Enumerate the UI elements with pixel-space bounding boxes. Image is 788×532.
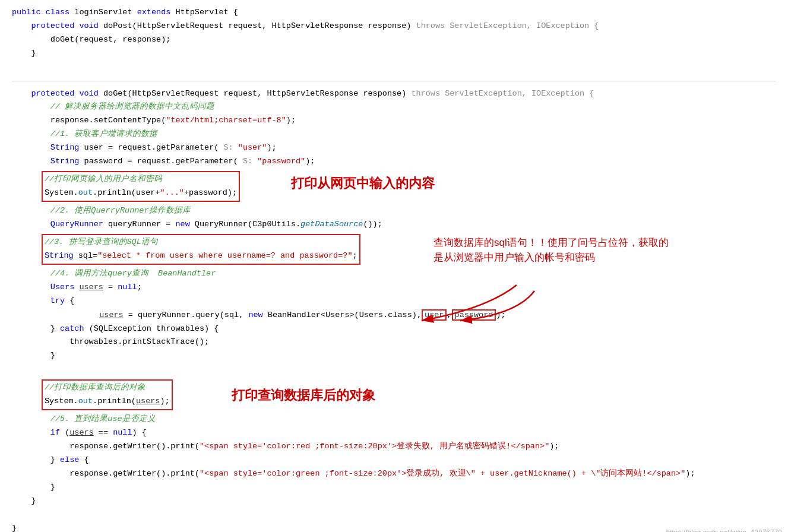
code-line: }: [12, 47, 776, 61]
code-line: response.setContentType("text/html;chars…: [12, 114, 776, 128]
code-line: try {: [12, 294, 776, 308]
code-line: //打印网页输入的用户名和密码: [45, 173, 237, 186]
code-line: //3. 拼写登录查询的SQL语句: [45, 236, 357, 249]
code-block-doget: protected void doGet(HttpServletRequest …: [12, 87, 776, 495]
code-line: if (users == null) {: [12, 426, 776, 440]
code-line: }: [12, 349, 776, 363]
code-line: } catch (SQLException throwables) {: [12, 322, 776, 336]
code-line: throwables.printStackTrace();: [12, 335, 776, 349]
code-container: public class loginServlet extends HttpSe…: [0, 0, 788, 532]
code-line: // 解决服务器给浏览器的数据中文乱码问题: [12, 100, 776, 114]
code-line: //5. 直到结果use是否定义: [12, 413, 776, 426]
code-line: response.getWriter().print("<span style=…: [12, 440, 776, 454]
code-line: }: [12, 481, 776, 495]
code-line: //4. 调用方法query查询 BeanHandtler: [12, 267, 776, 281]
code-line: String password = request.getParameter( …: [12, 155, 776, 169]
code-line: protected void doGet(HttpServletRequest …: [12, 87, 776, 101]
code-line: public class loginServlet extends HttpSe…: [12, 6, 776, 20]
code-block-dopost: public class loginServlet extends HttpSe…: [12, 6, 776, 75]
code-line: String sql="select * from users where us…: [45, 249, 357, 263]
code-line: QueryRunner queryRunner = new QueryRunne…: [12, 218, 776, 232]
code-line: //1. 获取客户端请求的数据: [12, 128, 776, 141]
separator: [12, 81, 776, 81]
code-line: } else {: [12, 454, 776, 467]
highlight-box-sql: //3. 拼写登录查询的SQL语句 String sql="select * f…: [42, 234, 360, 265]
code-line: response.getWriter().print("<span style=…: [12, 467, 776, 481]
code-line: }: [12, 522, 776, 532]
highlight-box-1: //打印网页输入的用户名和密码 System.out.println(user+…: [42, 171, 240, 202]
code-line: doGet(request, response);: [12, 33, 776, 47]
code-line: protected void doPost(HttpServletRequest…: [12, 20, 776, 33]
code-line: System.out.println(users);: [45, 395, 170, 408]
watermark: https://blog.csdn.net/waja_43876770: [666, 527, 782, 532]
highlight-box-print-users: //打印数据库查询后的对象 System.out.println(users);: [42, 379, 173, 410]
code-line: String user = request.getParameter( S: "…: [12, 141, 776, 155]
code-line: System.out.println(user+"..."+password);: [45, 186, 237, 200]
annotation-print-input: 打印从网页中输入的内容: [291, 172, 435, 194]
code-line: //打印数据库查询后的对象: [45, 381, 170, 395]
code-line: users = queryRunner.query(sql, new BeanH…: [42, 309, 506, 321]
code-line: //2. 使用QuerryRunner操作数据库: [12, 204, 776, 218]
code-line: Users users = null;: [12, 281, 776, 294]
annotation-sql: 查询数据库的sql语句！！使用了问号占位符，获取的 是从浏览器中用户输入的帐号和…: [433, 235, 669, 265]
annotation-print-users: 打印查询数据库后的对象: [232, 384, 375, 406]
code-line: }: [12, 495, 776, 508]
